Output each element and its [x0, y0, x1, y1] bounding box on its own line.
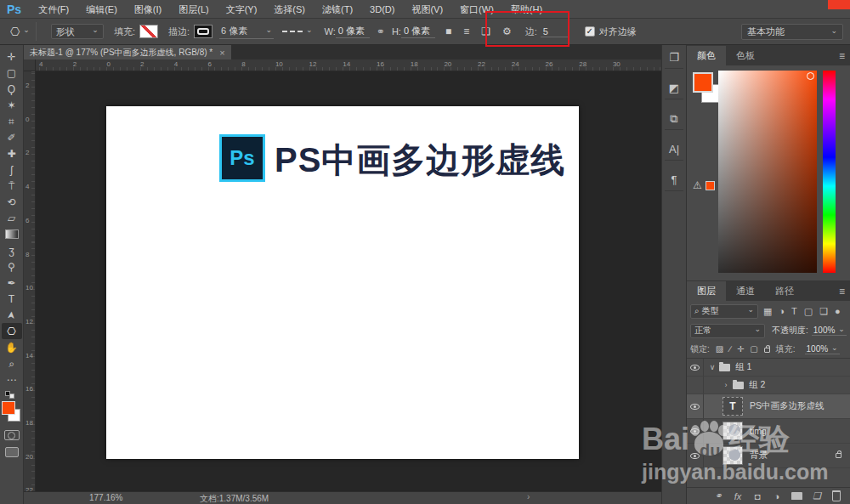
filter-adjustment-layers-icon[interactable]: ◑ — [779, 306, 785, 316]
dodge-tool[interactable]: ⚲ — [2, 258, 22, 275]
fill-swatch[interactable] — [139, 25, 158, 38]
path-selection-tool[interactable]: ➤ — [2, 307, 22, 323]
layer-mask-icon[interactable]: ◘ — [752, 491, 762, 501]
quick-selection-tool[interactable]: ✶ — [2, 97, 22, 113]
menu-filter[interactable]: 滤镜(T) — [314, 0, 361, 19]
gamut-warning-swatch[interactable] — [706, 181, 715, 190]
eraser-tool[interactable]: ▱ — [2, 210, 22, 226]
filter-kind-dropdown[interactable]: ⌕ 类型 — [690, 304, 758, 319]
layer-row[interactable]: T PS中画多边形虚线 — [687, 394, 850, 419]
path-operations-button[interactable]: ■ — [445, 25, 451, 37]
filter-pixel-layers-icon[interactable]: ▦ — [763, 306, 772, 317]
layer-row[interactable]: ∨ T 组 1 — [687, 359, 850, 377]
shape-width-input[interactable]: 0 像素 — [336, 25, 370, 38]
layer-row[interactable]: › T 组 2 — [687, 377, 850, 394]
clone-stamp-tool[interactable]: ⍑ — [2, 178, 22, 194]
document-canvas[interactable]: Ps PS中画多边形虚线 — [106, 106, 579, 459]
saturation-brightness-field[interactable] — [718, 71, 817, 273]
disclosure-arrow-icon[interactable]: › — [721, 381, 731, 389]
quick-mask-button[interactable] — [4, 430, 20, 440]
lock-artboard-icon[interactable]: ▢ — [750, 344, 757, 354]
foreground-color-swatch[interactable] — [2, 401, 15, 415]
document-close-icon[interactable]: × — [219, 48, 224, 58]
stroke-swatch[interactable] — [194, 25, 212, 38]
zoom-level-field[interactable]: 177.16% — [89, 493, 122, 502]
filter-smart-objects-icon[interactable]: ❏ — [819, 306, 828, 317]
link-layers-icon[interactable]: ⚭ — [713, 490, 723, 501]
blend-mode-dropdown[interactable]: 正常 — [690, 324, 765, 338]
fill-field[interactable]: 100% — [805, 344, 840, 354]
hue-slider[interactable] — [823, 71, 836, 273]
panel-foreground-swatch[interactable] — [693, 72, 713, 93]
window-close-button[interactable] — [828, 0, 850, 9]
menu-type[interactable]: 文字(Y) — [218, 0, 266, 19]
panel-menu-icon[interactable]: ≡ — [839, 286, 845, 297]
filter-type-layers-icon[interactable]: T — [791, 306, 797, 316]
gamut-warning-icon[interactable]: ⚠ — [693, 179, 702, 191]
move-tool[interactable]: ✛ — [2, 48, 22, 65]
tool-mode-dropdown[interactable]: 形状 — [51, 24, 104, 39]
tab-swatches[interactable]: 色板 — [726, 46, 765, 65]
adjustment-layer-icon[interactable]: ◑ — [772, 491, 782, 501]
filter-toggle-icon[interactable]: ● — [835, 306, 841, 316]
menu-view[interactable]: 视图(V) — [403, 0, 451, 19]
toolbar-more-button[interactable]: ⋯ — [2, 371, 22, 388]
new-group-icon[interactable] — [791, 492, 802, 500]
link-dimensions-icon[interactable]: ⚭ — [377, 25, 385, 37]
align-edges-checkbox[interactable]: ✓ — [585, 26, 595, 37]
menu-layer[interactable]: 图层(L) — [170, 0, 217, 19]
smudge-tool[interactable]: ʒ — [2, 242, 22, 258]
character-panel-button[interactable]: A| — [665, 142, 683, 161]
visibility-toggle[interactable] — [687, 377, 704, 394]
menu-edit[interactable]: 编辑(E) — [77, 0, 126, 19]
panel-menu-icon[interactable]: ≡ — [839, 50, 845, 62]
type-tool[interactable]: T — [2, 291, 22, 307]
tool-preset-picker[interactable]: ⎔ — [10, 25, 30, 38]
tab-color[interactable]: 颜色 — [687, 46, 726, 65]
polygon-tool[interactable]: ⎔ — [2, 323, 22, 339]
swap-colors-icon[interactable] — [5, 391, 19, 399]
document-tab[interactable]: 未标题-1 @ 177% (PS中画多边形虚线, RGB/8) * × — [24, 45, 231, 59]
lock-transparent-pixels-icon[interactable]: ▨ — [716, 344, 723, 354]
lock-all-icon[interactable] — [764, 348, 770, 353]
history-panel-button[interactable]: ❐ — [665, 50, 683, 69]
path-alignment-button[interactable]: ≡ — [463, 25, 469, 37]
menu-select[interactable]: 选择(S) — [265, 0, 314, 19]
menu-file[interactable]: 文件(F) — [30, 0, 77, 19]
menu-image[interactable]: 图像(I) — [126, 0, 170, 19]
pen-tool[interactable]: ✒ — [2, 275, 22, 291]
eyedropper-tool[interactable]: ✐ — [2, 129, 22, 145]
status-expand-icon[interactable]: › — [527, 492, 530, 501]
filter-shape-layers-icon[interactable]: ▢ — [804, 306, 813, 317]
workspace-switcher[interactable]: 基本功能 — [741, 24, 843, 40]
lock-position-icon[interactable]: ✛ — [737, 344, 744, 354]
canvas-viewport[interactable]: 42024681012141618202224262830 2024681012… — [24, 59, 661, 491]
rectangular-marquee-tool[interactable]: ▢ — [2, 65, 22, 81]
zoom-tool[interactable]: ⌕ — [2, 355, 22, 371]
layer-row[interactable]: T 背景 — [687, 444, 850, 468]
lasso-tool[interactable]: Ϙ — [2, 81, 22, 97]
visibility-toggle[interactable] — [687, 419, 704, 443]
visibility-toggle[interactable] — [687, 359, 704, 376]
spot-healing-brush-tool[interactable]: ✚ — [2, 145, 22, 161]
layer-effects-icon[interactable]: fx — [733, 491, 743, 501]
lock-image-pixels-icon[interactable]: ∕ — [729, 344, 731, 354]
properties-panel-button[interactable]: ◩ — [665, 81, 683, 99]
brush-tool[interactable]: ʃ — [2, 161, 22, 178]
disclosure-arrow-icon[interactable]: ∨ — [707, 363, 717, 371]
menu-3d[interactable]: 3D(D) — [361, 0, 403, 19]
stroke-style-dropdown[interactable] — [282, 27, 313, 36]
visibility-toggle[interactable] — [687, 394, 704, 418]
shape-height-input[interactable]: 0 像素 — [401, 25, 435, 38]
tab-paths[interactable]: 路径 — [765, 281, 804, 301]
tab-layers[interactable]: 图层 — [687, 281, 726, 301]
delete-layer-icon[interactable] — [831, 490, 842, 501]
opacity-field[interactable]: 100% — [812, 326, 847, 336]
screen-mode-button[interactable] — [5, 447, 19, 457]
gradient-tool[interactable] — [2, 226, 22, 242]
layer-row[interactable]: T timg — [687, 419, 850, 444]
new-layer-icon[interactable]: ❏ — [812, 490, 822, 501]
tab-channels[interactable]: 通道 — [726, 281, 765, 301]
paragraph-panel-button[interactable]: ¶ — [665, 173, 683, 191]
history-brush-tool[interactable]: ⟲ — [2, 194, 22, 210]
